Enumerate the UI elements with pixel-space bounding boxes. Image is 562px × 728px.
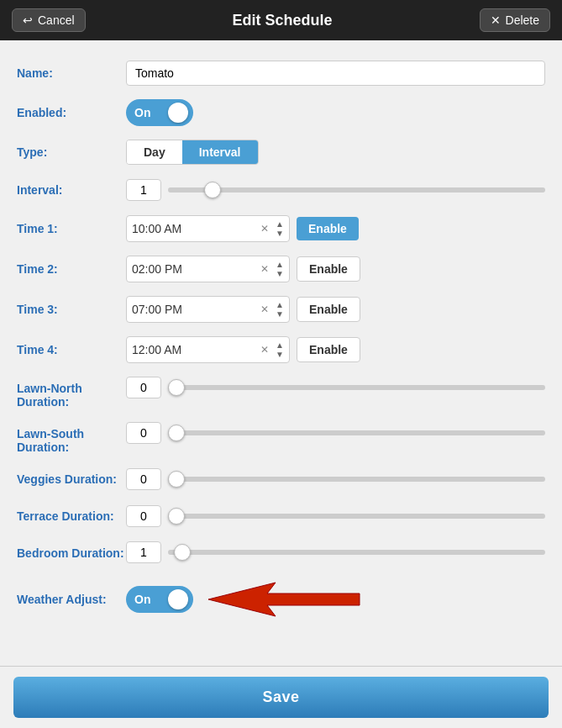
delete-button[interactable]: ✕ Delete (480, 8, 550, 32)
bedroom-control: 1 (126, 541, 545, 563)
type-row: Type: Day Interval (17, 133, 545, 171)
time1-clear-button[interactable]: ✕ (257, 223, 272, 235)
name-label: Name: (17, 66, 126, 80)
time1-spinner[interactable]: ▲ ▼ (276, 219, 284, 238)
type-button-group: Day Interval (126, 140, 259, 165)
weather-toggle[interactable]: On (126, 586, 193, 613)
veggies-label: Veggies Duration: (17, 472, 126, 486)
veggies-row: Veggies Duration: 0 (17, 461, 545, 498)
time3-down-icon[interactable]: ▼ (276, 309, 284, 319)
cancel-button[interactable]: ↩ Cancel (12, 8, 86, 32)
time4-row: Time 4: ✕ ▲ ▼ Enable (17, 330, 545, 370)
interval-label: Interval: (17, 183, 126, 197)
time3-row: Time 3: ✕ ▲ ▼ Enable (17, 289, 545, 330)
lawn-north-label: Lawn-North Duration: (17, 377, 126, 409)
time4-enable-button[interactable]: Enable (297, 337, 360, 362)
terrace-row: Terrace Duration: 0 (17, 498, 545, 535)
time1-control: ✕ ▲ ▼ Enable (126, 215, 545, 242)
time2-input[interactable] (132, 262, 257, 276)
time2-down-icon[interactable]: ▼ (276, 269, 284, 278)
time4-up-icon[interactable]: ▲ (276, 340, 284, 350)
enabled-toggle[interactable]: On (126, 99, 193, 126)
time4-down-icon[interactable]: ▼ (276, 350, 284, 359)
time3-label: Time 3: (17, 303, 126, 316)
red-arrow-annotation (208, 578, 360, 620)
lawn-south-slider[interactable] (168, 430, 545, 435)
terrace-slider[interactable] (168, 514, 545, 519)
time1-enable-button[interactable]: Enable (297, 217, 359, 240)
time4-clear-button[interactable]: ✕ (257, 344, 272, 356)
lawn-south-label: Lawn-South Duration: (17, 422, 126, 454)
time2-label: Time 2: (17, 262, 126, 276)
time3-clear-button[interactable]: ✕ (257, 303, 272, 315)
veggies-slider[interactable] (168, 477, 545, 482)
type-day-button[interactable]: Day (127, 140, 182, 164)
time2-enable-button[interactable]: Enable (297, 256, 360, 282)
time4-input[interactable] (132, 343, 257, 356)
lawn-north-row: Lawn-North Duration: 0 (17, 370, 545, 415)
time4-label: Time 4: (17, 343, 126, 356)
lawn-north-value: 0 (126, 377, 161, 398)
svg-marker-0 (208, 583, 360, 616)
time4-field-wrap: ✕ ▲ ▼ (126, 336, 290, 363)
enabled-toggle-label: On (134, 106, 150, 119)
time2-clear-button[interactable]: ✕ (257, 263, 272, 275)
time3-up-icon[interactable]: ▲ (276, 300, 284, 309)
time3-input[interactable] (132, 303, 257, 316)
header: ↩ Cancel Edit Schedule ✕ Delete (0, 0, 562, 40)
time2-field-wrap: ✕ ▲ ▼ (126, 256, 290, 282)
time3-enable-button[interactable]: Enable (297, 297, 360, 322)
bedroom-row: Bedroom Duration: 1 (17, 535, 545, 572)
type-control: Day Interval (126, 140, 545, 165)
name-input[interactable] (126, 61, 545, 86)
time3-spinner[interactable]: ▲ ▼ (276, 300, 284, 319)
lawn-north-control: 0 (126, 377, 545, 398)
time1-down-icon[interactable]: ▼ (276, 229, 284, 238)
lawn-south-row: Lawn-South Duration: 0 (17, 415, 545, 461)
delete-label: Delete (506, 13, 539, 27)
terrace-label: Terrace Duration: (17, 509, 126, 523)
enabled-label: Enabled: (17, 106, 126, 119)
lawn-south-control: 0 (126, 422, 545, 444)
bedroom-value: 1 (126, 541, 161, 563)
form-content: Name: Enabled: On Type: Day Interval Int… (0, 40, 562, 666)
cancel-icon: ↩ (23, 13, 33, 27)
time1-row: Time 1: ✕ ▲ ▼ Enable (17, 208, 545, 249)
time4-spinner[interactable]: ▲ ▼ (276, 340, 284, 359)
weather-row: Weather Adjust: On (17, 572, 545, 627)
weather-toggle-label: On (134, 593, 150, 606)
footer: Save (0, 666, 562, 728)
veggies-control: 0 (126, 468, 545, 490)
interval-slider[interactable] (168, 187, 545, 193)
name-row: Name: (17, 54, 545, 92)
lawn-north-slider[interactable] (168, 385, 545, 390)
time2-control: ✕ ▲ ▼ Enable (126, 256, 545, 282)
type-interval-button[interactable]: Interval (182, 140, 258, 164)
bedroom-slider[interactable] (168, 550, 545, 555)
toggle-circle (168, 103, 188, 123)
interval-value: 1 (126, 179, 161, 201)
save-button[interactable]: Save (13, 677, 549, 718)
weather-control: On (126, 578, 545, 620)
type-label: Type: (17, 145, 126, 159)
weather-label: Weather Adjust: (17, 593, 126, 606)
time2-row: Time 2: ✕ ▲ ▼ Enable (17, 249, 545, 289)
delete-icon: ✕ (491, 13, 501, 27)
bedroom-label: Bedroom Duration: (17, 541, 126, 560)
page-title: Edit Schedule (233, 12, 333, 29)
terrace-control: 0 (126, 505, 545, 527)
lawn-south-value: 0 (126, 422, 161, 444)
enabled-row: Enabled: On (17, 92, 545, 133)
terrace-value: 0 (126, 505, 161, 527)
time1-label: Time 1: (17, 222, 126, 235)
time1-up-icon[interactable]: ▲ (276, 219, 284, 229)
weather-toggle-circle (168, 589, 188, 609)
enabled-control: On (126, 99, 545, 126)
time3-control: ✕ ▲ ▼ Enable (126, 296, 545, 323)
time2-spinner[interactable]: ▲ ▼ (276, 260, 284, 278)
time2-up-icon[interactable]: ▲ (276, 260, 284, 269)
interval-row: Interval: 1 (17, 171, 545, 208)
time1-field-wrap: ✕ ▲ ▼ (126, 215, 290, 242)
interval-control: 1 (126, 179, 545, 201)
time1-input[interactable] (132, 222, 257, 235)
